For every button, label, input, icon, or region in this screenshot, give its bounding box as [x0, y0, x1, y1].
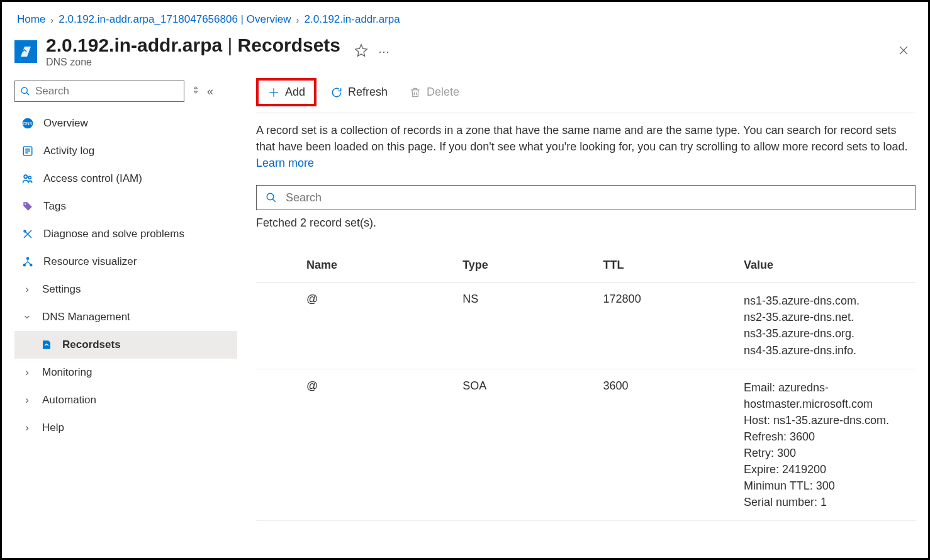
breadcrumb-home[interactable]: Home: [17, 13, 45, 26]
tag-icon: [21, 199, 35, 213]
trash-icon: [409, 86, 422, 99]
sidebar-item-label: Tags: [43, 200, 66, 213]
chevron-right-icon: ›: [21, 366, 33, 379]
breadcrumb: Home › 2.0.192.in-addr.arpa_171804765680…: [2, 2, 928, 28]
sidebar-item-help[interactable]: › Help: [14, 414, 237, 442]
column-value[interactable]: Value: [744, 259, 916, 272]
svg-point-6: [25, 203, 26, 204]
page-title: 2.0.192.in-addr.arpa | Recordsets: [46, 35, 340, 55]
sidebar-item-label: Resource visualizer: [43, 255, 137, 268]
cell-value: Email: azuredns-hostmaster.microsoft.com…: [744, 379, 916, 511]
sidebar-item-access-control[interactable]: Access control (IAM): [14, 165, 237, 193]
sidebar-item-recordsets[interactable]: Recordsets: [14, 331, 237, 359]
chevron-down-icon: [21, 313, 33, 322]
sidebar-item-label: Monitoring: [42, 366, 92, 379]
cell-name: @: [306, 293, 462, 306]
plus-icon: [267, 86, 280, 99]
sidebar-item-label: Overview: [43, 117, 88, 130]
chevron-right-icon: ›: [296, 14, 300, 25]
wrench-icon: [21, 227, 35, 241]
svg-point-7: [24, 230, 26, 232]
svg-point-4: [24, 175, 27, 178]
sidebar-item-label: Recordsets: [62, 339, 121, 351]
svg-point-0: [21, 87, 27, 93]
hierarchy-icon: [21, 255, 35, 269]
breadcrumb-level2[interactable]: 2.0.192.in-addr.arpa: [305, 13, 400, 26]
sidebar-search[interactable]: [14, 81, 184, 102]
main-search[interactable]: [256, 185, 916, 210]
close-button[interactable]: [894, 40, 913, 64]
main-search-input[interactable]: [286, 191, 906, 204]
cell-type: SOA: [462, 379, 603, 393]
page-subtitle: DNS zone: [46, 57, 340, 68]
sort-button[interactable]: [191, 85, 201, 98]
sidebar-item-automation[interactable]: › Automation: [14, 386, 237, 414]
sidebar-item-settings[interactable]: › Settings: [14, 276, 237, 303]
refresh-button[interactable]: Refresh: [323, 82, 395, 103]
search-icon: [20, 86, 30, 96]
sidebar: « DNS Overview Activity log Access contr…: [14, 73, 237, 521]
sidebar-item-label: Activity log: [43, 145, 94, 157]
refresh-icon: [330, 86, 343, 99]
table-header: Name Type TTL Value: [256, 249, 916, 283]
breadcrumb-level1[interactable]: 2.0.192.in-addr.arpa_1718047656806 | Ove…: [59, 13, 291, 26]
delete-button: Delete: [401, 82, 467, 103]
sidebar-item-monitoring[interactable]: › Monitoring: [14, 359, 237, 386]
cell-value: ns1-35.azure-dns.com.ns2-35.azure-dns.ne…: [744, 293, 916, 358]
favorite-button[interactable]: [354, 43, 368, 60]
fetched-count: Fetched 2 record set(s).: [256, 210, 916, 230]
cell-name: @: [306, 379, 462, 393]
collapse-sidebar-button[interactable]: «: [207, 85, 213, 98]
column-type[interactable]: Type: [462, 259, 603, 272]
toolbar: Add Refresh Delete: [256, 73, 916, 113]
globe-icon: DNS: [21, 116, 35, 130]
sidebar-item-label: DNS Management: [42, 311, 130, 323]
cell-ttl: 3600: [603, 379, 744, 393]
people-icon: [21, 172, 35, 186]
chevron-right-icon: ›: [21, 422, 33, 434]
sidebar-item-overview[interactable]: DNS Overview: [14, 109, 237, 137]
sidebar-item-label: Settings: [42, 283, 81, 296]
table-row[interactable]: @ NS 172800 ns1-35.azure-dns.com.ns2-35.…: [256, 283, 916, 369]
svg-text:DNS: DNS: [23, 121, 33, 126]
learn-more-link[interactable]: Learn more: [256, 157, 314, 169]
sidebar-item-resource-visualizer[interactable]: Resource visualizer: [14, 248, 237, 276]
sidebar-item-label: Access control (IAM): [43, 172, 142, 185]
sidebar-item-diagnose[interactable]: Diagnose and solve problems: [14, 220, 237, 248]
description-text: A record set is a collection of records …: [256, 113, 916, 174]
column-ttl[interactable]: TTL: [603, 259, 744, 272]
svg-point-11: [267, 194, 274, 201]
search-icon: [266, 192, 277, 203]
chevron-right-icon: ›: [50, 14, 53, 25]
recordset-icon: [40, 338, 53, 352]
sidebar-item-label: Automation: [42, 394, 96, 406]
log-icon: [21, 144, 35, 158]
table-row[interactable]: @ SOA 3600 Email: azuredns-hostmaster.mi…: [256, 369, 916, 522]
cell-type: NS: [462, 293, 603, 306]
add-button[interactable]: Add: [256, 78, 317, 106]
cell-ttl: 172800: [603, 293, 744, 306]
sidebar-item-dns-management[interactable]: DNS Management: [14, 303, 237, 331]
more-button[interactable]: ⋯: [378, 45, 391, 59]
column-name[interactable]: Name: [306, 259, 462, 272]
sidebar-item-label: Help: [42, 422, 64, 434]
sidebar-search-input[interactable]: [35, 85, 179, 98]
sidebar-item-activity-log[interactable]: Activity log: [14, 137, 237, 165]
recordset-table: Name Type TTL Value @ NS 172800 ns1-35.a…: [256, 249, 916, 521]
sidebar-item-tags[interactable]: Tags: [14, 193, 237, 220]
dns-zone-icon: [14, 40, 37, 63]
sidebar-item-label: Diagnose and solve problems: [43, 228, 184, 240]
page-header: 2.0.192.in-addr.arpa | Recordsets DNS zo…: [2, 28, 928, 73]
svg-point-8: [26, 257, 30, 260]
svg-point-5: [28, 176, 31, 179]
main-content: Add Refresh Delete A record set is a col…: [237, 73, 928, 521]
chevron-right-icon: ›: [21, 283, 33, 296]
chevron-right-icon: ›: [21, 394, 33, 406]
